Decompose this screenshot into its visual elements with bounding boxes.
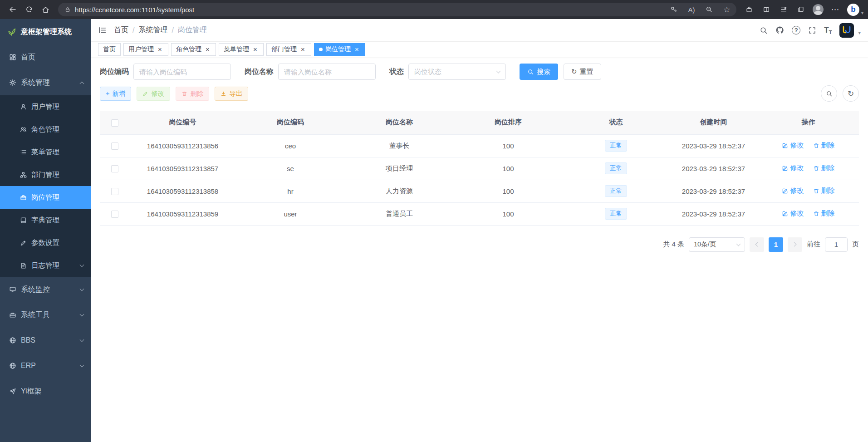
sidebar-item-dict[interactable]: 字典管理 (0, 209, 91, 231)
sidebar-item-bbs[interactable]: BBS (0, 328, 91, 353)
collections-icon[interactable] (793, 2, 809, 17)
fullscreen-icon[interactable] (808, 26, 816, 34)
edit-button[interactable]: 修改 (137, 87, 170, 101)
table-row[interactable]: 1641030593112313857 se 项目经理 100 正常 2023-… (100, 157, 859, 180)
tab-departments[interactable]: 部门管理 × (266, 43, 311, 56)
sidebar-item-menus[interactable]: 菜单管理 (0, 141, 91, 163)
app-logo-area[interactable]: 意框架管理系统 (0, 19, 91, 44)
profile-avatar[interactable] (810, 2, 826, 17)
bing-icon[interactable]: b (847, 4, 859, 16)
sidebar-toggle-icon[interactable] (98, 26, 107, 34)
sidebar-item-system[interactable]: 系统管理 (0, 70, 91, 95)
close-icon[interactable]: × (252, 46, 259, 53)
table-row[interactable]: 1641030593112313858 hr 人力资源 100 正常 2023-… (100, 180, 859, 202)
post-code-label: 岗位编码 (100, 67, 129, 77)
cell-created-time: 2023-03-29 18:52:37 (669, 134, 758, 157)
book-icon (20, 217, 27, 224)
chevron-right-icon (792, 242, 797, 247)
sidebar-item-logs[interactable]: 日志管理 (0, 254, 91, 277)
sidebar-item-home[interactable]: 首页 (0, 44, 91, 70)
more-options-icon[interactable]: ⋯ (827, 2, 843, 17)
page-size-select[interactable]: 10条/页 (689, 237, 745, 252)
close-icon[interactable]: × (299, 46, 306, 53)
export-button[interactable]: 导出 (215, 87, 248, 101)
breadcrumb-item-home[interactable]: 首页 (114, 25, 128, 35)
post-code-input[interactable] (133, 64, 231, 80)
toggle-search-button[interactable] (821, 85, 837, 102)
user-menu-caret-icon[interactable]: ▾ (858, 30, 861, 38)
close-icon[interactable]: × (204, 46, 211, 53)
tab-users[interactable]: 用户管理 × (123, 43, 168, 56)
sidebar-item-erp[interactable]: ERP (0, 353, 91, 378)
main-area: 首页 / 系统管理 / 岗位管理 ? (91, 19, 868, 442)
sidebar-item-posts[interactable]: 岗位管理 (0, 186, 91, 209)
tab-posts[interactable]: 岗位管理 × (314, 43, 365, 56)
tab-roles[interactable]: 角色管理 × (171, 43, 216, 56)
close-icon[interactable]: × (157, 46, 163, 53)
page-number-button[interactable]: 1 (769, 237, 783, 252)
sidebar-item-users[interactable]: 用户管理 (0, 95, 91, 118)
sidebar-item-departments[interactable]: 部门管理 (0, 163, 91, 186)
key-icon[interactable] (667, 4, 681, 15)
select-all-checkbox[interactable] (111, 119, 118, 127)
help-icon[interactable]: ? (792, 26, 800, 34)
back-icon[interactable] (5, 2, 21, 17)
goto-page-input[interactable] (825, 237, 848, 252)
user-avatar-logo[interactable] (839, 23, 854, 38)
cell-post-sort: 100 (454, 157, 563, 180)
export-button-label: 导出 (229, 89, 242, 98)
bing-caret-icon[interactable]: ▾ (861, 10, 863, 17)
read-aloud-icon[interactable]: A) (685, 4, 698, 15)
status-select[interactable]: 岗位状态 (408, 64, 506, 80)
row-edit-button[interactable]: 修改 (782, 164, 804, 172)
tags-view: 首页 用户管理 × 角色管理 × 菜单管理 × 部门管理 × (91, 42, 868, 57)
font-size-icon[interactable]: TT (824, 26, 832, 35)
favorite-star-icon[interactable]: ☆ (720, 4, 734, 15)
row-checkbox[interactable] (111, 211, 118, 218)
favorites-bar-icon[interactable] (775, 2, 792, 17)
table-row[interactable]: 1641030593112313856 ceo 董事长 100 正常 2023-… (100, 134, 859, 157)
refresh-table-button[interactable]: ↻ (843, 85, 859, 102)
row-edit-button[interactable]: 修改 (782, 209, 804, 218)
breadcrumb-item-system[interactable]: 系统管理 (138, 25, 167, 35)
sidebar-item-monitor[interactable]: 系统监控 (0, 277, 91, 302)
row-delete-button[interactable]: 删除 (813, 209, 835, 218)
row-checkbox[interactable] (111, 165, 118, 172)
sidebar-item-tools[interactable]: 系统工具 (0, 302, 91, 328)
row-delete-button[interactable]: 删除 (813, 187, 835, 195)
row-edit-button[interactable]: 修改 (782, 187, 804, 195)
filter-form: 岗位编码 岗位名称 状态 岗位状态 (100, 64, 859, 80)
download-icon (221, 91, 226, 97)
add-button[interactable]: + 新增 (100, 87, 131, 101)
search-button[interactable]: 搜索 (520, 64, 558, 80)
tab-home[interactable]: 首页 (98, 43, 121, 56)
row-delete-button[interactable]: 删除 (813, 164, 835, 172)
table-row[interactable]: 1641030593112313859 user 普通员工 100 正常 202… (100, 202, 859, 225)
split-screen-icon[interactable] (758, 2, 775, 17)
close-icon[interactable]: × (353, 46, 360, 53)
delete-button[interactable]: 删除 (176, 87, 209, 101)
next-page-button[interactable] (788, 237, 802, 252)
column-header: 状态 (563, 111, 669, 134)
row-checkbox[interactable] (111, 188, 118, 195)
zoom-icon[interactable] (702, 4, 716, 15)
tab-menus[interactable]: 菜单管理 × (219, 43, 264, 56)
home-icon[interactable] (37, 2, 54, 17)
prev-page-button[interactable] (750, 237, 764, 252)
address-bar[interactable]: https://ccnetcore.com:1101/system/post A… (58, 3, 736, 16)
sidebar-item-params[interactable]: 参数设置 (0, 231, 91, 254)
row-checkbox[interactable] (111, 142, 118, 150)
row-edit-button[interactable]: 修改 (782, 141, 804, 150)
refresh-icon[interactable] (21, 2, 37, 17)
chevron-down-icon (80, 262, 84, 267)
row-delete-button[interactable]: 删除 (813, 141, 835, 150)
sidebar-item-yi-framework[interactable]: Yi框架 (0, 378, 91, 404)
post-name-input[interactable] (278, 64, 376, 80)
extensions-icon[interactable] (741, 2, 757, 17)
github-icon[interactable] (775, 26, 784, 34)
trash-icon (181, 91, 187, 97)
sidebar-item-roles[interactable]: 角色管理 (0, 118, 91, 141)
column-header: 操作 (758, 111, 859, 134)
reset-button[interactable]: ↻ 重置 (564, 64, 601, 80)
search-icon[interactable] (760, 26, 768, 34)
